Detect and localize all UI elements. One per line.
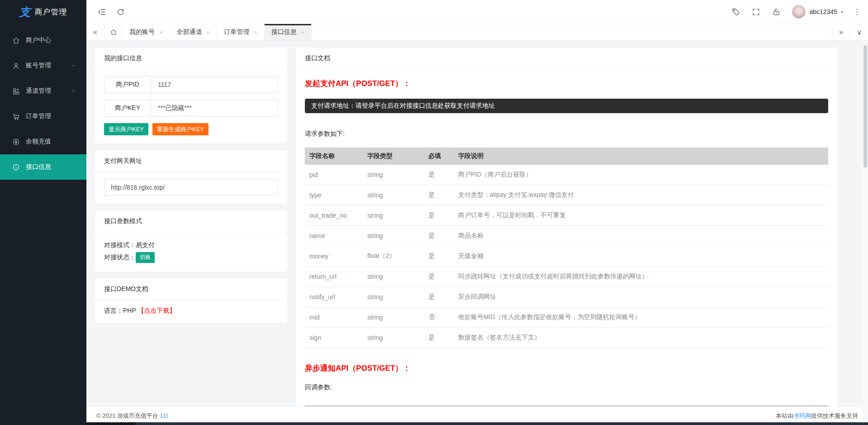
tabs-collapse-button[interactable]: ∨ (850, 24, 868, 40)
param-name: pid (305, 165, 364, 185)
sidebar-item-label: 余额充值 (26, 138, 76, 146)
pay-logo-icon: 支 (19, 6, 31, 18)
tab-order-mgmt[interactable]: 订单管理× (217, 24, 265, 40)
app-title: 商户管理 (35, 7, 67, 17)
horizontal-scrollbar[interactable] (86, 422, 868, 425)
param-type: string (364, 287, 425, 307)
card-api-info: 我的接口信息 商户PID 1117 商户KEY ***已隐藏*** 显示商户KE… (95, 48, 287, 143)
mode-line: 对接模式： 易支付 (104, 239, 278, 251)
param-row: return_url string 是 同步跳转网址（支付成功或支付超时后将跳转… (305, 267, 828, 287)
close-icon[interactable]: × (207, 29, 210, 36)
card-mode: 接口叁数模式 对接模式： 易支付 对接状态： 切换 (95, 210, 287, 272)
close-icon[interactable]: × (301, 29, 305, 36)
home-tab[interactable] (104, 24, 123, 40)
sidebar-item-api-info[interactable]: 接口信息 (0, 154, 86, 180)
param-required: 是 (425, 267, 455, 287)
vertical-scrollbar[interactable] (863, 41, 868, 422)
sidebar-item-label: 账号管理 (26, 62, 70, 70)
card-title: 支付网关网址 (95, 150, 287, 172)
demo-lang-line: 语言：PHP 【点击下载】 (104, 307, 278, 315)
tabs-scroll-left-button[interactable]: « (86, 24, 104, 40)
param-type: string (364, 267, 425, 287)
callback-params-intro: 回调参数: (305, 383, 828, 392)
lang-label: 语言：PHP (104, 307, 136, 314)
param-name: out_trade_no (305, 205, 364, 226)
mode-label: 对接模式： (104, 239, 136, 251)
param-row: mid string 否 收款账号MID（传入此参数指定收款账号，为空则随机轮询… (305, 307, 828, 328)
merchant-pid-value[interactable]: 1117 (151, 76, 278, 93)
param-required: 是 (425, 328, 455, 348)
menu-fold-icon[interactable] (98, 8, 106, 16)
sidebar-menu: 商户中心 账号管理 通道管理 订单管理 余额充值 接口 (0, 28, 86, 180)
gateway-url-input[interactable]: http://816.rglxc.top/ (104, 179, 278, 196)
param-type: float（2） (364, 246, 425, 267)
param-name: return_url (305, 267, 364, 287)
param-required: 是 (425, 205, 455, 226)
pay-url-notice: 支付请求地址：请登录平台后在对接接口信息处获取支付请求地址 (305, 99, 828, 113)
kebab-menu-icon[interactable]: ⋮ (853, 8, 861, 16)
close-icon[interactable]: × (254, 29, 257, 36)
tab-all-channels[interactable]: 全部通道× (170, 24, 218, 40)
param-required: 是 (425, 246, 455, 267)
support-suffix: 提供技术服务支持 (811, 412, 858, 419)
show-merchant-key-button[interactable]: 显示商户KEY (104, 123, 148, 135)
sidebar-item-label: 接口信息 (26, 163, 76, 171)
tab-api-info[interactable]: 接口信息× (265, 24, 312, 40)
param-desc: 收款账号MID（传入此参数指定收款账号，为空则随机轮询账号） (455, 307, 828, 328)
param-required: 是 (425, 165, 455, 185)
pay-api-heading: 发起支付API（POST/GET）： (305, 78, 828, 89)
app-root: 支 商户管理 商户中心 账号管理 通道管理 订单管理 (0, 0, 868, 425)
card-gateway: 支付网关网址 http://816.rglxc.top/ (95, 150, 287, 204)
fullscreen-icon[interactable] (752, 8, 760, 16)
main-area: abc12345 ⋮ « 我的账号× 全部通道× 订单管理× 接口信息× » ∨… (86, 0, 868, 425)
regenerate-merchant-key-button[interactable]: 重新生成商户KEY (152, 123, 209, 135)
card-title: 接口DEMO文档 (95, 278, 287, 301)
download-demo-link[interactable]: 【点击下载】 (138, 307, 175, 314)
card-api-docs: 接口文档 发起支付API（POST/GET）： 支付请求地址：请登录平台后在对接… (296, 48, 837, 406)
support-prefix: 本站由 (776, 412, 793, 419)
horizontal-scrollbar-thumb[interactable] (86, 422, 135, 425)
username[interactable]: abc12345 (809, 8, 837, 15)
close-icon[interactable]: × (159, 29, 163, 36)
field-label: 商户KEY (104, 100, 151, 116)
sidebar-item-account-mgmt[interactable]: 账号管理 (0, 53, 86, 78)
tag-icon[interactable] (731, 8, 740, 16)
sidebar-item-merchant-center[interactable]: 商户中心 (0, 28, 86, 53)
param-row: out_trade_no string 是 商户订单号，可以是时间戳，不可重复 (305, 205, 828, 226)
lock-icon[interactable] (772, 8, 781, 16)
param-row: notify_url string 是 异步回调网址 (305, 287, 828, 307)
sidebar-item-channel-mgmt[interactable]: 通道管理 (0, 78, 86, 104)
tabbar-spacer (312, 24, 832, 40)
param-desc: 商户PID（商户后台获取） (455, 165, 828, 185)
caret-down-icon[interactable] (839, 9, 845, 15)
param-name: notify_url (305, 287, 364, 307)
notify-api-heading: 异步通知API（POST/GET）： (305, 363, 828, 373)
param-row: pid string 是 商户PID（商户后台获取） (305, 165, 828, 185)
sidebar: 支 商户管理 商户中心 账号管理 通道管理 订单管理 (0, 0, 86, 425)
tabs-scroll-right-button[interactable]: » (832, 24, 850, 40)
param-required: 否 (425, 307, 455, 328)
merchant-key-value[interactable]: ***已隐藏*** (151, 100, 278, 116)
toggle-mode-button[interactable]: 切换 (136, 252, 155, 263)
sidebar-item-balance-recharge[interactable]: 余额充值 (0, 129, 86, 154)
sidebar-item-order-mgmt[interactable]: 订单管理 (0, 104, 86, 129)
yuan-icon (12, 138, 20, 146)
param-desc: 商户订单号，可以是时间戳，不可重复 (455, 205, 828, 226)
avatar[interactable] (792, 5, 806, 19)
support-link[interactable]: 求码网 (793, 412, 811, 419)
refresh-icon[interactable] (116, 8, 125, 16)
tab-label: 我的账号 (129, 28, 155, 36)
grid-icon (12, 87, 20, 95)
param-type: string (364, 205, 425, 226)
sidebar-item-label: 商户中心 (26, 36, 76, 44)
mode-value: 易支付 (136, 239, 155, 251)
home-icon (12, 37, 20, 44)
param-type: string (364, 185, 425, 205)
param-desc: 支付类型：alipay:支付宝,wxpay:微信支付 (455, 185, 828, 205)
info-icon (12, 163, 20, 171)
col-field-type: 字段类型 (364, 148, 425, 165)
copyright-link[interactable]: 111 (160, 412, 169, 419)
param-row: type string 是 支付类型：alipay:支付宝,wxpay:微信支付 (305, 185, 828, 205)
vertical-scrollbar-thumb[interactable] (863, 45, 867, 167)
tab-my-account[interactable]: 我的账号× (123, 24, 170, 40)
